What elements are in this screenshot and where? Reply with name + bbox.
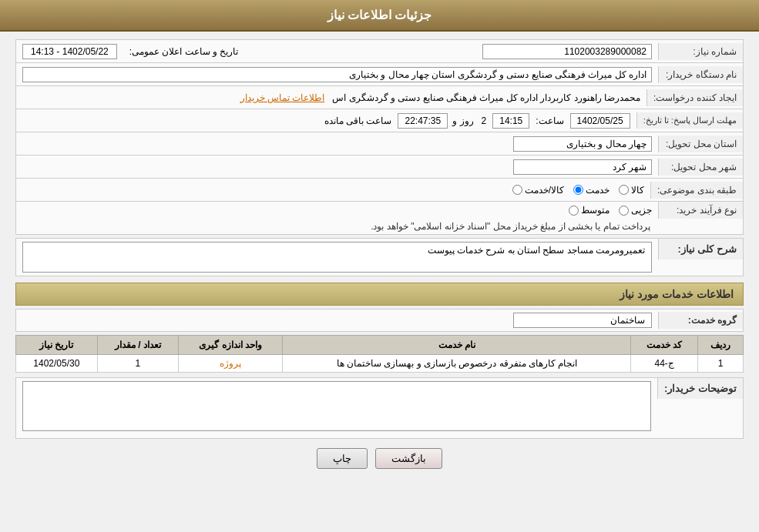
deadline-days-label: روز و <box>451 115 475 126</box>
category-option-kala[interactable]: کالا <box>619 185 644 196</box>
service-group-label: گروه خدمت: <box>658 312 743 329</box>
col-header-quantity: تعداد / مقدار <box>97 336 179 355</box>
province-label: استان محل تحویل: <box>658 136 743 152</box>
deadline-time-label: ساعت: <box>532 115 566 126</box>
announcement-date-label: تاریخ و ساعت اعلان عمومی: <box>123 44 245 59</box>
cell-date: 1402/05/30 <box>16 355 98 373</box>
buyer-org-value: اداره کل میراث فرهنگی صنایع دستی و گردشگ… <box>22 67 652 82</box>
category-label: طبقه بندی موضوعی: <box>650 182 743 199</box>
col-header-date: تاریخ نیاز <box>16 336 98 355</box>
province-value: چهار محال و بختیاری <box>513 136 652 152</box>
announcement-date-value: 1402/05/22 - 14:13 <box>22 44 117 59</box>
deadline-time: 14:15 <box>492 113 529 129</box>
description-label: شرح کلی نیاز: <box>658 239 743 259</box>
creator-contact-link[interactable]: اطلاعات تماس خریدار <box>240 92 325 103</box>
table-row: 1 ج-44 انجام کارهای متفرقه درخصوص بازساز… <box>16 355 744 373</box>
buyer-org-label: نام دستگاه خریدار: <box>658 66 743 83</box>
page-header: جزئیات اطلاعات نیاز <box>0 0 759 32</box>
cell-service-code: ج-44 <box>631 355 698 373</box>
deadline-remaining-label: ساعت باقی مانده <box>321 115 395 126</box>
services-table: ردیف کد خدمت نام خدمت واحد اندازه گیری ت… <box>15 335 744 373</box>
purchase-type-radio-jozi[interactable] <box>619 206 629 216</box>
buyer-notes-textarea[interactable] <box>22 381 651 431</box>
cell-row-num: 1 <box>698 355 744 373</box>
action-buttons: بازگشت چاپ <box>15 448 744 469</box>
buyer-notes-label: توضیحات خریدار: <box>657 378 743 399</box>
category-option-khedmat[interactable]: خدمت <box>573 185 610 196</box>
description-value: تعمیرومرمت مساجد سطح استان به شرح خدمات … <box>22 242 652 273</box>
services-section-title: اطلاعات خدمات مورد نیاز <box>15 283 744 306</box>
purchase-type-radio-motavaset[interactable] <box>569 206 579 216</box>
need-number-label: شماره نیاز: <box>658 43 743 60</box>
creator-label: ایجاد کننده درخواست: <box>646 89 743 106</box>
cell-service-name: انجام کارهای متفرقه درخصوص بازسازی و بهس… <box>283 355 631 373</box>
category-radio-group: کالا خدمت کالا/خدمت <box>22 185 644 196</box>
need-number-value: 1102003289000082 <box>482 44 652 59</box>
page-title: جزئیات اطلاعات نیاز <box>327 8 432 22</box>
back-button[interactable]: بازگشت <box>375 448 442 469</box>
col-header-row-num: ردیف <box>698 336 744 355</box>
deadline-date: 1402/05/25 <box>570 113 630 129</box>
cell-quantity: 1 <box>97 355 179 373</box>
col-header-service-name: نام خدمت <box>283 336 631 355</box>
creator-value: محمدرضا راهنورد کاربردار اداره کل میراث … <box>332 92 640 103</box>
city-label: شهر محل تحویل: <box>658 159 743 176</box>
city-value: شهر کرد <box>513 159 652 175</box>
category-radio-khedmat[interactable] <box>573 185 583 195</box>
purchase-type-option-motavaset[interactable]: متوسط <box>569 205 610 216</box>
category-radio-kala-khedmat[interactable] <box>512 185 522 195</box>
print-button[interactable]: چاپ <box>317 448 368 469</box>
category-radio-kala[interactable] <box>619 185 629 195</box>
deadline-days-value: 2 <box>479 115 490 126</box>
purchase-type-label: نوع فرآیند خرید: <box>658 202 743 219</box>
col-header-service-code: کد خدمت <box>631 336 698 355</box>
cell-unit: پروژه <box>179 355 283 373</box>
col-header-unit: واحد اندازه گیری <box>179 336 283 355</box>
service-group-value: ساختمان <box>513 313 652 328</box>
deadline-remaining: 22:47:35 <box>398 113 448 129</box>
purchase-type-radio-group: جزیی متوسط <box>22 205 652 216</box>
deadline-label: مهلت ارسال پاسخ: تا تاریخ: <box>636 112 743 129</box>
purchase-type-option-jozi[interactable]: جزیی <box>619 205 652 216</box>
purchase-type-note: پرداخت تمام یا بخشی از مبلغ خریداز محل "… <box>16 219 743 234</box>
category-option-kala-khedmat[interactable]: کالا/خدمت <box>512 185 564 196</box>
